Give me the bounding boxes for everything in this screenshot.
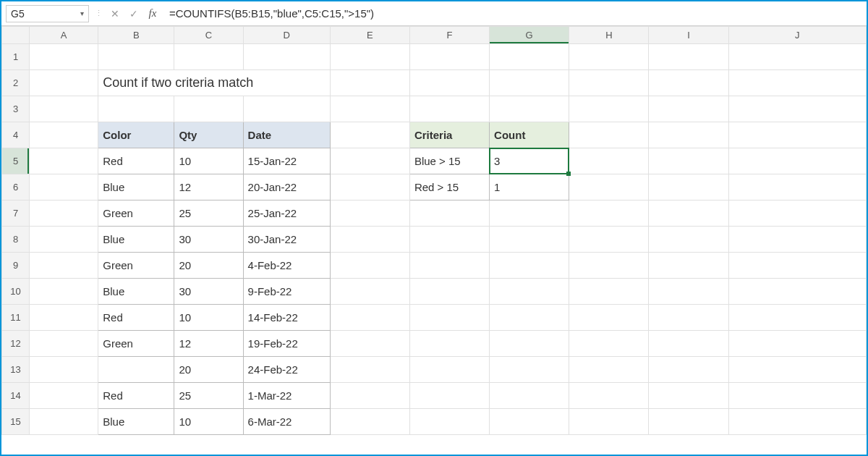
chevron-down-icon[interactable]: ▾	[80, 9, 84, 17]
cell[interactable]	[649, 174, 728, 200]
cell[interactable]	[569, 305, 649, 331]
cell[interactable]	[409, 409, 489, 435]
cell[interactable]: 10	[174, 409, 243, 435]
cell[interactable]	[728, 253, 866, 279]
cell[interactable]	[490, 305, 569, 331]
cell[interactable]	[569, 96, 649, 122]
cell[interactable]	[330, 44, 409, 70]
row-header[interactable]: 13	[2, 357, 30, 383]
cell[interactable]	[728, 227, 866, 253]
cell[interactable]: Blue > 15	[409, 148, 489, 174]
cell[interactable]	[30, 357, 98, 383]
cell[interactable]: 14-Feb-22	[243, 305, 330, 331]
cell[interactable]	[728, 331, 866, 357]
cell[interactable]	[30, 122, 98, 148]
cell[interactable]: 25-Jan-22	[243, 200, 330, 227]
cell[interactable]: 4-Feb-22	[243, 253, 330, 279]
row-header[interactable]: 1	[2, 44, 30, 70]
cell[interactable]: 6-Mar-22	[243, 409, 330, 435]
cell[interactable]	[728, 70, 866, 96]
cell[interactable]	[649, 148, 728, 174]
cell[interactable]	[569, 383, 649, 409]
cell[interactable]	[490, 96, 569, 122]
cell[interactable]	[490, 253, 569, 279]
cell[interactable]: 20	[174, 253, 243, 279]
cell[interactable]	[649, 70, 728, 96]
cell[interactable]	[490, 331, 569, 357]
row-header[interactable]: 2	[2, 70, 30, 96]
cell[interactable]	[490, 279, 569, 305]
cell[interactable]	[728, 200, 866, 227]
cell[interactable]	[490, 409, 569, 435]
cell[interactable]: Green	[98, 253, 174, 279]
cell[interactable]	[330, 357, 409, 383]
col-header[interactable]: C	[174, 27, 243, 44]
col-header[interactable]: A	[30, 27, 98, 44]
cell[interactable]	[98, 357, 174, 383]
cell[interactable]	[649, 409, 728, 435]
row-header[interactable]: 6	[2, 174, 30, 200]
cell[interactable]	[30, 383, 98, 409]
cell[interactable]: Green	[98, 200, 174, 227]
cell[interactable]: Red	[98, 148, 174, 174]
cell[interactable]: 12	[174, 174, 243, 200]
cell[interactable]: 15-Jan-22	[243, 148, 330, 174]
row-header[interactable]: 15	[2, 409, 30, 435]
cell[interactable]	[30, 409, 98, 435]
cell[interactable]	[30, 227, 98, 253]
cell[interactable]	[330, 174, 409, 200]
cell[interactable]	[490, 200, 569, 227]
cell[interactable]	[649, 96, 728, 122]
cell[interactable]	[30, 331, 98, 357]
cell[interactable]	[30, 253, 98, 279]
cell[interactable]	[409, 227, 489, 253]
cell[interactable]	[490, 357, 569, 383]
cell[interactable]: Blue	[98, 227, 174, 253]
cell[interactable]	[330, 148, 409, 174]
page-title[interactable]: Count if two criteria match	[98, 70, 331, 96]
row-header[interactable]: 14	[2, 383, 30, 409]
cell[interactable]: 24-Feb-22	[243, 357, 330, 383]
row-header[interactable]: 4	[2, 122, 30, 148]
cell[interactable]	[409, 96, 489, 122]
cell[interactable]	[30, 200, 98, 227]
cell[interactable]: Green	[98, 331, 174, 357]
cell[interactable]	[569, 279, 649, 305]
cell[interactable]	[728, 279, 866, 305]
table1-header-color[interactable]: Color	[98, 122, 174, 148]
col-header[interactable]: B	[98, 27, 174, 44]
cell[interactable]	[409, 383, 489, 409]
cell[interactable]	[490, 227, 569, 253]
cell[interactable]	[569, 227, 649, 253]
cell[interactable]	[490, 70, 569, 96]
col-header[interactable]: E	[330, 27, 409, 44]
cell[interactable]	[728, 148, 866, 174]
cell[interactable]: Blue	[98, 409, 174, 435]
col-header[interactable]: D	[243, 27, 330, 44]
cell[interactable]	[569, 409, 649, 435]
active-cell[interactable]: 3	[490, 148, 569, 174]
cell[interactable]	[649, 279, 728, 305]
cell[interactable]	[649, 305, 728, 331]
row-header[interactable]: 10	[2, 279, 30, 305]
cell[interactable]	[409, 253, 489, 279]
cell[interactable]: Red	[98, 383, 174, 409]
cell[interactable]: 30	[174, 279, 243, 305]
cell[interactable]: 19-Feb-22	[243, 331, 330, 357]
cell[interactable]	[569, 122, 649, 148]
cell[interactable]	[409, 357, 489, 383]
cell[interactable]	[728, 409, 866, 435]
cell[interactable]	[409, 279, 489, 305]
cell[interactable]	[649, 253, 728, 279]
cell[interactable]: Blue	[98, 174, 174, 200]
cell[interactable]	[330, 409, 409, 435]
cell[interactable]	[330, 383, 409, 409]
cell[interactable]: 20	[174, 357, 243, 383]
cell[interactable]: Red	[98, 305, 174, 331]
row-header[interactable]: 12	[2, 331, 30, 357]
cell[interactable]	[409, 331, 489, 357]
cell[interactable]	[569, 253, 649, 279]
cell[interactable]	[409, 200, 489, 227]
cell[interactable]: 30-Jan-22	[243, 227, 330, 253]
enter-icon[interactable]: ✓	[127, 8, 140, 20]
